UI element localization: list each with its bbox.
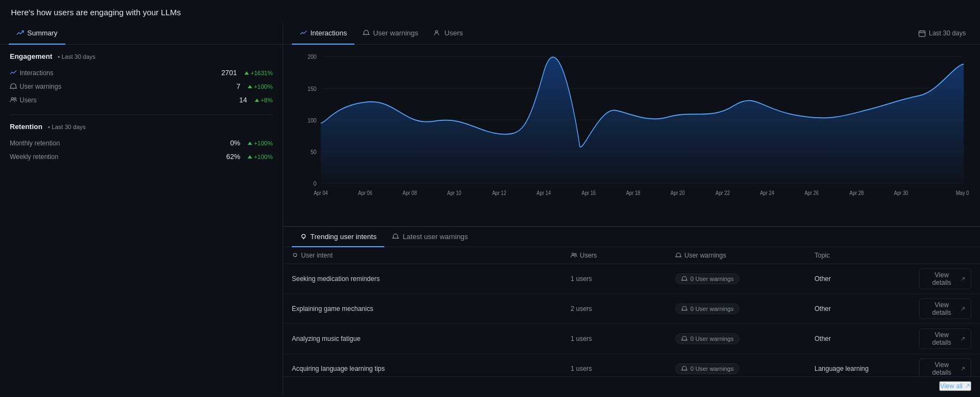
weekly-retention-label: Weekly retention: [10, 153, 58, 161]
section-divider: [10, 114, 273, 115]
users-cell: 1 users: [562, 354, 666, 377]
bottom-section: Trending user intents Latest user warnin…: [283, 227, 980, 395]
svg-text:Apr 04: Apr 04: [314, 190, 328, 196]
interactions-chart: 200 150 100 50 0 Apr 04 Apr 06 Apr 08 Ap…: [294, 50, 969, 215]
view-details-button[interactable]: View details: [919, 328, 971, 349]
users-cell: 2 users: [562, 294, 666, 324]
metric-users: Users 14 +8%: [10, 93, 273, 107]
users-tab-icon: [433, 29, 441, 37]
interactions-change: +1631%: [244, 70, 273, 76]
svg-text:150: 150: [308, 85, 316, 92]
bell-tab-icon: [362, 29, 370, 37]
table-row: Explaining game mechanics 2 users 0 User…: [283, 294, 980, 324]
svg-text:50: 50: [310, 148, 316, 155]
users-value: 14: [239, 96, 247, 104]
metric-monthly-retention: Monthly retention 0% +100%: [10, 136, 273, 150]
intent-cell: Explaining game mechanics: [283, 294, 562, 324]
topic-cell: Other: [806, 324, 910, 354]
svg-text:Apr 16: Apr 16: [581, 190, 596, 196]
page-header: Here's how users are engaging with your …: [0, 0, 980, 22]
tab-user-warnings[interactable]: User warnings: [354, 22, 426, 45]
col-topic: Topic: [814, 252, 830, 259]
col-intent: User intent: [301, 252, 333, 259]
view-details-button[interactable]: View details: [919, 268, 971, 289]
view-all-row: View all: [283, 376, 980, 395]
main-layout: Summary Engagement • Last 30 days Intera…: [0, 22, 980, 395]
chart-area: 200 150 100 50 0 Apr 04 Apr 06 Apr 08 Ap…: [283, 45, 980, 226]
view-all-label: View all: [940, 382, 963, 390]
interactions-label: Interactions: [20, 69, 53, 77]
bottom-tabs: Trending user intents Latest user warnin…: [283, 227, 980, 247]
intents-table: User intent: [283, 247, 980, 376]
svg-point-35: [293, 253, 297, 256]
right-panel: Interactions User warnings: [283, 22, 980, 395]
interactions-tab-icon: [299, 29, 307, 37]
monthly-retention-value: 0%: [230, 139, 241, 147]
warnings-cell: 0 User warnings: [666, 264, 806, 294]
col-users: Users: [580, 252, 597, 259]
tab-summary-label: Summary: [27, 29, 58, 37]
table-row: Acquiring language learning tips 1 users…: [283, 354, 980, 377]
left-panel: Summary Engagement • Last 30 days Intera…: [0, 22, 283, 395]
table-container: User intent: [283, 247, 980, 376]
view-all-button[interactable]: View all: [939, 381, 971, 391]
warning-badge: 0 User warnings: [675, 273, 739, 284]
topic-cell: Other: [806, 264, 910, 294]
svg-text:Apr 12: Apr 12: [492, 190, 506, 196]
tab-trending[interactable]: Trending user intents: [292, 227, 384, 247]
metric-weekly-retention: Weekly retention 62% +100%: [10, 150, 273, 163]
bell-bottom-icon: [392, 233, 400, 241]
tab-users[interactable]: Users: [426, 22, 470, 45]
svg-text:Apr 20: Apr 20: [671, 190, 685, 196]
svg-point-34: [302, 234, 305, 238]
warnings-cell: 0 User warnings: [666, 294, 806, 324]
svg-text:Apr 14: Apr 14: [537, 190, 552, 196]
svg-text:Apr 10: Apr 10: [447, 190, 462, 196]
monthly-retention-label: Monthly retention: [10, 139, 60, 147]
right-tabs: Interactions User warnings: [283, 22, 980, 45]
date-range-label: Last 30 days: [929, 29, 966, 37]
svg-text:0: 0: [314, 180, 316, 187]
tab-latest-warnings[interactable]: Latest user warnings: [384, 227, 476, 247]
table-header-row: User intent: [283, 247, 980, 264]
tab-interactions[interactable]: Interactions: [292, 22, 354, 45]
left-tabs: Summary: [0, 22, 283, 45]
page-title: Here's how users are engaging with your …: [11, 8, 181, 17]
tab-interactions-label: Interactions: [310, 29, 347, 37]
action-cell: View details: [910, 264, 980, 294]
users-cell: 1 users: [562, 324, 666, 354]
engagement-title: Engagement • Last 30 days: [10, 52, 273, 60]
right-tabs-left: Interactions User warnings: [292, 22, 913, 44]
tab-trending-label: Trending user intents: [310, 233, 377, 241]
svg-text:Apr 28: Apr 28: [849, 190, 863, 196]
warning-badge: 0 User warnings: [675, 333, 739, 344]
view-details-button[interactable]: View details: [919, 358, 971, 376]
view-details-button[interactable]: View details: [919, 298, 971, 319]
engagement-period: • Last 30 days: [58, 53, 95, 60]
col-warnings: User warnings: [684, 252, 726, 259]
left-content: Engagement • Last 30 days Interactions 2…: [0, 45, 283, 395]
tab-summary[interactable]: Summary: [9, 22, 65, 45]
svg-point-36: [572, 253, 574, 255]
svg-point-2: [14, 97, 16, 99]
monthly-retention-change: +100%: [248, 140, 273, 146]
svg-text:Apr 22: Apr 22: [715, 190, 730, 196]
topic-cell: Other: [806, 294, 910, 324]
svg-text:Apr 26: Apr 26: [805, 190, 819, 196]
tab-latest-label: Latest user warnings: [403, 233, 468, 241]
warnings-cell: 0 User warnings: [666, 324, 806, 354]
intent-cell: Analyzing music fatigue: [283, 324, 562, 354]
intent-cell: Seeking medication reminders: [283, 264, 562, 294]
topic-cell: Language learning: [806, 354, 910, 377]
intent-cell: Acquiring language learning tips: [283, 354, 562, 377]
user-warnings-value: 7: [236, 82, 240, 90]
tab-users-label: Users: [444, 29, 463, 37]
warnings-cell: 0 User warnings: [666, 354, 806, 377]
retention-title: Retention • Last 30 days: [10, 123, 273, 131]
svg-text:May 03: May 03: [956, 190, 969, 196]
date-range-selector[interactable]: Last 30 days: [913, 25, 971, 41]
action-cell: View details: [910, 354, 980, 377]
svg-point-37: [575, 253, 577, 255]
trend-icon: [16, 29, 24, 37]
weekly-retention-change: +100%: [248, 154, 273, 160]
